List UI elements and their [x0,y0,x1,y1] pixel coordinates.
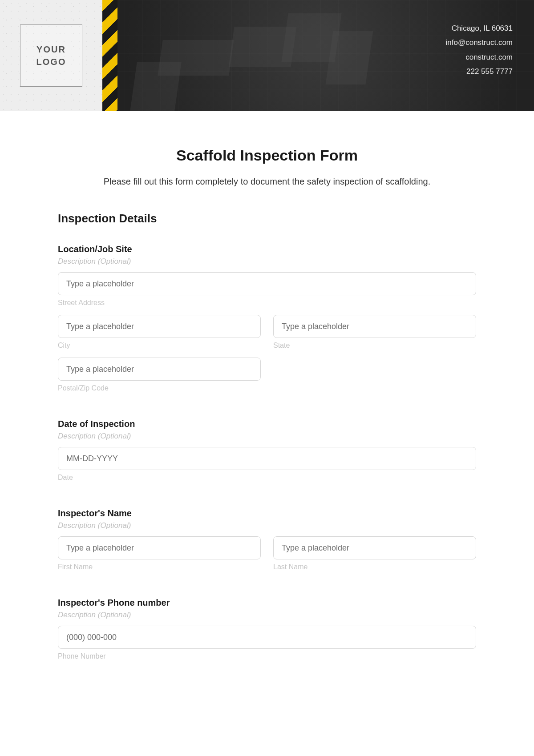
field-group-inspector-name: Inspector's Name Description (Optional) … [58,508,476,576]
sublabel-phone: Phone Number [58,652,476,660]
decor-block [130,62,181,111]
logo-column: YOUR LOGO [0,0,102,111]
field-desc: Description (Optional) [58,521,476,530]
field-group-date: Date of Inspection Description (Optional… [58,419,476,487]
field-label-phone: Inspector's Phone number [58,598,476,608]
field-desc: Description (Optional) [58,257,476,266]
sublabel-first-name: First Name [58,563,261,571]
decor-block [326,31,373,84]
page-subtitle: Please fill out this form completely to … [58,177,476,187]
section-title-inspection-details: Inspection Details [58,212,476,225]
city-input[interactable] [58,315,261,338]
street-address-input[interactable] [58,272,476,295]
first-name-input[interactable] [58,536,261,559]
state-input[interactable] [273,315,476,338]
hazard-stripe [102,0,117,111]
contact-address: Chicago, IL 60631 [446,21,513,36]
field-label-date: Date of Inspection [58,419,476,429]
contact-phone: 222 555 7777 [446,64,513,79]
sublabel-state: State [273,342,476,350]
date-input[interactable] [58,447,476,470]
contact-website: construct.com [446,50,513,64]
sublabel-zip: Postal/Zip Code [58,384,261,392]
phone-input[interactable] [58,626,476,649]
logo-placeholder: YOUR LOGO [20,24,82,87]
field-desc: Description (Optional) [58,611,476,619]
field-group-inspector-phone: Inspector's Phone number Description (Op… [58,598,476,666]
zip-input[interactable] [58,358,261,381]
contact-block: Chicago, IL 60631 info@construct.com con… [446,21,513,79]
header-banner: YOUR LOGO Chicago, IL 60631 info@constru… [0,0,534,111]
field-label-inspector: Inspector's Name [58,508,476,519]
sublabel-street: Street Address [58,299,476,307]
form-body: Scaffold Inspection Form Please fill out… [0,111,534,696]
sublabel-last-name: Last Name [273,563,476,571]
page-title: Scaffold Inspection Form [58,147,476,164]
field-group-location: Location/Job Site Description (Optional)… [58,244,476,398]
field-desc: Description (Optional) [58,432,476,441]
sublabel-city: City [58,342,261,350]
field-label-location: Location/Job Site [58,244,476,254]
contact-email: info@construct.com [446,36,513,50]
sublabel-date: Date [58,474,476,482]
last-name-input[interactable] [273,536,476,559]
